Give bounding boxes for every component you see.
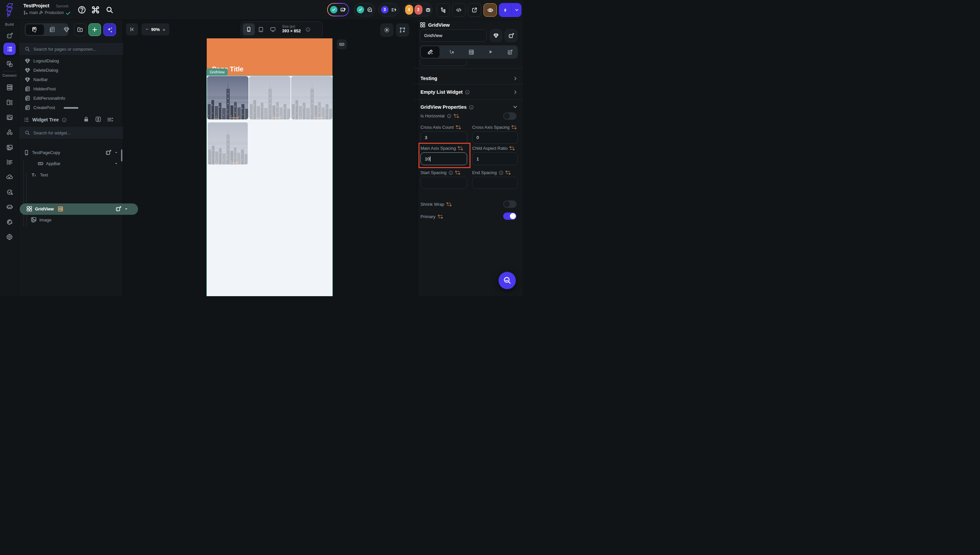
device-tablet-button[interactable] [255,23,267,35]
expand-collapse-all-button[interactable] [95,116,101,122]
list-item-page[interactable]: EditPersonalInfo [19,93,123,103]
tab-documentation[interactable] [507,50,513,55]
collapse-panel-button[interactable] [126,23,138,35]
phone-preview[interactable]: Page Title GridView [207,38,333,296]
segment-pages-and-components[interactable] [26,24,44,35]
set-from-variable-icon[interactable] [447,202,452,207]
zoom-out-button[interactable]: − [146,26,148,32]
tab-properties[interactable] [421,47,439,58]
branch-selector[interactable]: main [23,10,38,15]
share-export-button[interactable] [468,3,481,17]
tree-options-button[interactable] [107,116,114,123]
rail-integrations[interactable] [3,126,16,138]
run-button[interactable] [499,7,511,13]
add-folder-button[interactable] [74,23,86,36]
main-axis-spacing-input[interactable]: 10 [421,152,467,165]
ai-generate-button[interactable] [103,23,116,36]
panel-resize-handle[interactable] [64,107,78,109]
issues-status-pill[interactable]: 4 2 [404,3,432,16]
grid-image-tile[interactable] [207,122,248,164]
tree-node-page[interactable]: TestPageCopy [24,149,122,156]
zoom-in-button[interactable]: + [162,27,165,32]
primary-toggle[interactable] [503,212,517,220]
add-child-widget-icon[interactable] [115,206,122,212]
gridview-properties-header[interactable]: GridView Properties [421,101,518,113]
actions-status-pill[interactable]: 3 [378,3,399,16]
tree-scrollbar[interactable] [121,149,122,162]
preview-button[interactable] [484,3,497,17]
run-options-button[interactable] [512,8,522,12]
start-spacing-input[interactable] [421,177,467,189]
branch-manager-button[interactable] [437,3,450,17]
widget-name-field[interactable] [420,29,487,42]
set-from-variable-icon[interactable] [456,125,461,130]
rail-storage[interactable] [3,111,16,124]
pages-search-input[interactable] [34,47,110,52]
ai-agent-status-pill[interactable] [327,3,349,16]
tab-animations[interactable] [488,50,493,55]
convert-to-component-button[interactable] [490,29,502,42]
rail-app-values[interactable] [3,156,16,168]
command-palette-button[interactable] [91,6,100,14]
help-button[interactable] [78,6,86,14]
is-horizontal-toggle[interactable] [503,112,517,120]
tab-actions[interactable] [449,50,455,55]
wrap-widget-button[interactable] [505,29,517,42]
child-aspect-ratio-input[interactable]: 1 [472,152,518,165]
widget-name-input[interactable] [424,33,481,38]
shrink-wrap-toggle[interactable] [503,201,517,208]
rail-deploy[interactable] [3,171,16,183]
environment-selector[interactable]: Production [39,10,64,15]
testing-section-row[interactable]: Testing [421,73,518,84]
grid-image-tile[interactable] [207,76,248,119]
global-search-button[interactable] [106,6,114,14]
add-page-button[interactable] [88,23,101,36]
empty-list-section-row[interactable]: Empty List Widget [421,86,518,98]
list-item-component[interactable]: NavBar [19,75,123,84]
rail-settings[interactable] [3,231,16,243]
rail-database[interactable] [3,81,16,93]
inspector-scrollbar-track[interactable] [415,21,418,296]
tree-node-appbar[interactable]: AppBar [38,161,122,167]
rail-components[interactable] [3,58,16,70]
set-from-variable-icon[interactable] [438,215,443,219]
set-from-variable-icon[interactable] [454,114,459,118]
set-from-variable-icon[interactable] [455,170,460,175]
comments-status-pill[interactable] [354,3,375,16]
device-desktop-button[interactable] [267,23,279,35]
lock-canvas-button[interactable] [83,116,90,122]
grid-image-tile[interactable] [291,76,333,119]
tree-node-image[interactable]: Image [31,217,51,223]
rail-page-selector[interactable] [3,43,16,55]
tree-node-text[interactable]: T t Text [32,172,48,178]
set-from-variable-icon[interactable] [506,170,511,175]
rail-tests[interactable] [3,186,16,198]
device-phone-button[interactable] [243,23,255,35]
view-code-button[interactable] [452,3,466,17]
widget-search-input[interactable] [34,130,110,135]
theme-mode-button[interactable] [380,23,394,37]
canvas-settings-button[interactable] [396,23,409,37]
list-item-component[interactable]: LogoutDialog [19,56,123,66]
rail-data-types[interactable] [3,96,16,108]
rail-automations[interactable] [3,201,16,213]
chevron-down-icon[interactable] [124,207,128,211]
chevron-down-icon[interactable] [114,151,118,155]
gridview-selection-badge[interactable]: GridView [207,68,228,75]
tree-node-gridview-selected[interactable]: GridView [20,204,138,215]
list-item-page[interactable]: HiddenPost [19,84,123,93]
chevron-down-icon[interactable] [114,162,118,166]
segment-components[interactable] [63,26,70,33]
flutterflow-logo[interactable] [5,3,15,18]
set-from-variable-icon[interactable] [509,146,514,151]
rail-media-assets[interactable] [3,141,16,153]
end-spacing-input[interactable] [472,177,518,189]
rail-widget-palette[interactable] [3,29,16,42]
design-canvas[interactable]: − 90% + Size (px) 393 × 85 [123,20,413,296]
set-from-variable-icon[interactable] [511,125,517,130]
tab-backend-query[interactable] [469,50,474,55]
list-item-component[interactable]: DeleteDialog [19,66,123,75]
grid-image-tile[interactable] [249,76,290,119]
segment-pages[interactable] [49,26,55,33]
help-search-fab[interactable] [498,272,516,289]
